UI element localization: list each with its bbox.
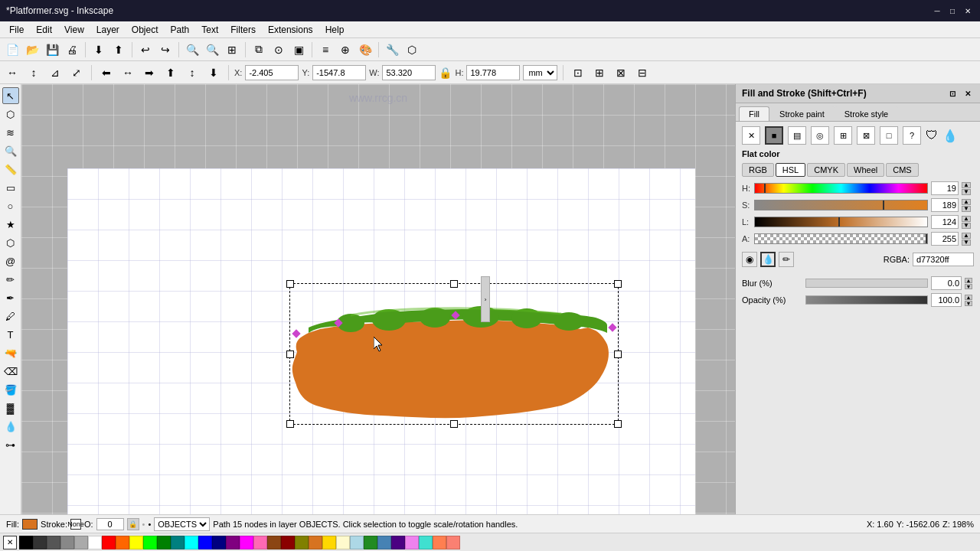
blur-value-input[interactable]: [931, 276, 962, 290]
minimize-button[interactable]: ─: [931, 5, 943, 17]
select-tool[interactable]: ↖: [2, 87, 19, 104]
color-tab-wheel[interactable]: Wheel: [847, 163, 884, 177]
align-b-button[interactable]: ⬇: [204, 64, 223, 82]
opacity-slider[interactable]: [805, 295, 928, 305]
xml-button[interactable]: 🔧: [383, 41, 401, 59]
snap-button[interactable]: ⊕: [336, 41, 354, 59]
fill-color-swatch[interactable]: [22, 519, 38, 530]
palette-swatch-gray[interactable]: [47, 536, 60, 549]
menu-help[interactable]: Help: [319, 23, 351, 37]
import-button[interactable]: ⬇: [90, 41, 108, 59]
x-input[interactable]: [245, 65, 299, 80]
open-button[interactable]: 📂: [23, 41, 41, 59]
a-value-input[interactable]: [931, 232, 959, 246]
rect-tool[interactable]: ▭: [2, 179, 19, 196]
palette-swatch-lightyellow[interactable]: [336, 536, 350, 549]
palette-swatch-red[interactable]: [102, 536, 116, 549]
opacity-value-input[interactable]: [931, 293, 962, 307]
palette-swatch-teal[interactable]: [171, 536, 185, 549]
pattern-button[interactable]: ⊠: [857, 126, 875, 145]
export-button[interactable]: ⬆: [109, 41, 128, 59]
print-button[interactable]: 🖨: [63, 41, 81, 59]
zoom-in-button[interactable]: 🔍: [183, 41, 201, 59]
l-up-button[interactable]: ▲: [962, 216, 971, 222]
swatch-button[interactable]: □: [880, 126, 898, 145]
align-l-button[interactable]: ⬅: [97, 64, 116, 82]
eyedropper-tool[interactable]: 💧: [2, 418, 19, 435]
eraser-tool[interactable]: ⌫: [2, 363, 19, 380]
star-tool[interactable]: ★: [2, 216, 19, 233]
paint-server-button2[interactable]: 💧: [942, 129, 958, 143]
s-value-input[interactable]: [931, 198, 959, 212]
l-value-input[interactable]: [931, 215, 959, 229]
palette-swatch-olive[interactable]: [295, 536, 309, 549]
palette-swatch-magenta[interactable]: [240, 536, 253, 549]
menu-path[interactable]: Path: [165, 23, 196, 37]
menu-view[interactable]: View: [58, 23, 90, 37]
palette-swatch-turquoise[interactable]: [419, 536, 433, 549]
eyedropper-icon[interactable]: ◉: [742, 252, 757, 267]
clone-button[interactable]: ⊙: [270, 41, 288, 59]
menu-file[interactable]: File: [3, 23, 30, 37]
menu-edit[interactable]: Edit: [30, 23, 58, 37]
palette-swatch-salmon[interactable]: [446, 536, 460, 549]
h-value-input[interactable]: [931, 181, 959, 195]
menu-filters[interactable]: Filters: [224, 23, 262, 37]
palette-swatch-lightgray[interactable]: [60, 536, 74, 549]
spiral-tool[interactable]: @: [2, 253, 19, 269]
pencil-tool[interactable]: ✏: [2, 271, 19, 288]
y-input[interactable]: [312, 65, 366, 80]
palette-swatch-gold[interactable]: [322, 536, 336, 549]
blur-slider[interactable]: [805, 279, 928, 288]
h-slider[interactable]: [754, 183, 928, 194]
align-c-button[interactable]: ↔: [119, 64, 137, 82]
tab-stroke-paint[interactable]: Stroke paint: [769, 106, 835, 121]
node-tool[interactable]: ⬡: [2, 106, 19, 122]
zoom-out-button[interactable]: 🔍: [203, 41, 221, 59]
h-up-button[interactable]: ▲: [962, 182, 971, 188]
3d-box-tool[interactable]: ⬡: [2, 234, 19, 251]
h-input[interactable]: [466, 65, 520, 80]
group-button[interactable]: ▣: [289, 41, 308, 59]
palette-swatch-violet[interactable]: [405, 536, 419, 549]
blur-down-button[interactable]: ▼: [965, 284, 972, 289]
calligraphy-tool[interactable]: 🖊: [2, 308, 19, 324]
a-down-button[interactable]: ▼: [962, 240, 971, 246]
flat-color-button[interactable]: ■: [765, 126, 783, 145]
menu-layer[interactable]: Layer: [90, 23, 126, 37]
align-m-button[interactable]: ↕: [183, 64, 201, 82]
bezier-tool[interactable]: ✒: [2, 289, 19, 306]
align-r-button[interactable]: ➡: [140, 64, 158, 82]
linear-grad-button[interactable]: ▤: [788, 126, 806, 145]
w-input[interactable]: [382, 65, 436, 80]
connector-tool[interactable]: ⊶: [2, 436, 19, 453]
undo-button[interactable]: ↩: [136, 41, 155, 59]
menu-extensions[interactable]: Extensions: [262, 23, 319, 37]
duplicate-button[interactable]: ⧉: [250, 41, 268, 59]
palette-swatch-green[interactable]: [157, 536, 171, 549]
palette-swatch-navy[interactable]: [212, 536, 226, 549]
zoom-tool[interactable]: 🔍: [2, 142, 19, 159]
unknown-paint-button[interactable]: ?: [903, 126, 921, 145]
text-tool[interactable]: T: [2, 326, 19, 343]
tab-stroke-style[interactable]: Stroke style: [835, 106, 898, 121]
menu-object[interactable]: Object: [126, 23, 165, 37]
palette-swatch-cyan[interactable]: [185, 536, 198, 549]
palette-swatch-darkorange[interactable]: [309, 536, 322, 549]
edit-paint-icon[interactable]: ✏: [779, 252, 794, 267]
a-slider[interactable]: [754, 233, 928, 244]
fill-stroke-button[interactable]: 🎨: [356, 41, 374, 59]
palette-swatch-lime[interactable]: [143, 536, 157, 549]
close-button[interactable]: ✕: [962, 5, 974, 17]
s-slider[interactable]: [754, 200, 928, 210]
maximize-button[interactable]: □: [946, 5, 959, 17]
palette-swatch-brown[interactable]: [267, 536, 281, 549]
node-button[interactable]: ⬡: [403, 41, 421, 59]
opacity-up-button[interactable]: ▲: [965, 295, 972, 300]
zoom-fit-button[interactable]: ⊞: [223, 41, 241, 59]
save-button[interactable]: 💾: [43, 41, 61, 59]
panel-undock-button[interactable]: ⊡: [946, 87, 959, 99]
palette-swatch-purple[interactable]: [226, 536, 240, 549]
redo-button[interactable]: ↪: [156, 41, 175, 59]
color-tab-cmyk[interactable]: CMYK: [807, 163, 845, 177]
